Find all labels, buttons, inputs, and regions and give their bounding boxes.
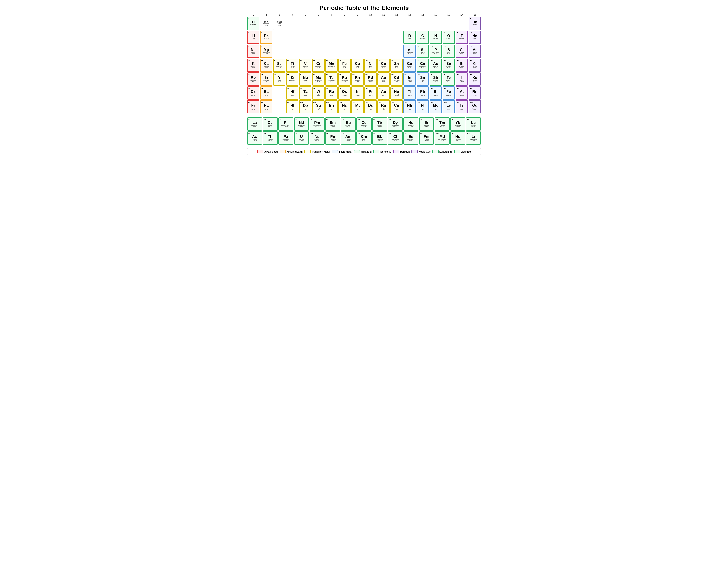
element-mass: 102.91 xyxy=(355,81,359,83)
element-mn: 25MnManganese54.94 xyxy=(325,58,338,72)
element-name: Fluorine xyxy=(459,38,464,39)
element-symbol: Na xyxy=(251,48,256,52)
atomic-number: 83 xyxy=(431,87,433,89)
element-symbol: Bh xyxy=(329,103,334,107)
element-bi: 83BiBismuth208.98 xyxy=(430,86,442,100)
atomic-number: 13 xyxy=(405,45,407,47)
element-symbol: Ar xyxy=(473,48,477,52)
element-cu: 29CuCopper63.55 xyxy=(377,58,390,72)
atomic-number: 1 xyxy=(248,18,249,20)
element-name: Hafnium xyxy=(290,93,295,95)
element-name: Barium xyxy=(264,93,268,95)
element-symbol: Nb xyxy=(303,76,308,79)
element-o: 8OOxygen16.00 xyxy=(443,31,455,44)
atomic-number: 37 xyxy=(248,73,250,75)
element-mass: 118.71 xyxy=(421,81,425,83)
element-name: Mercury xyxy=(394,93,399,95)
col-header-6: 6 xyxy=(312,14,325,16)
element-mass: 32.06 xyxy=(447,53,450,55)
atomic-number: 34 xyxy=(444,59,446,61)
element-symbol: Sc xyxy=(277,62,282,66)
element-es: 99EsEinsteinium[254] xyxy=(403,131,418,145)
element-mass: 131.29 xyxy=(473,81,477,83)
element-symbol: Rn xyxy=(472,90,477,93)
element-name: Titanium xyxy=(290,66,295,67)
element-name: Americium xyxy=(345,138,351,140)
element-n: 7NNitrogen14.01 xyxy=(430,31,442,44)
element-name: Helium xyxy=(473,24,477,25)
element-name: Ruthenium xyxy=(341,79,348,81)
atomic-number: 10 xyxy=(470,32,472,34)
element-mass: 91.22 xyxy=(291,81,294,83)
element-symbol: Mc xyxy=(433,103,438,107)
atomic-number: 49 xyxy=(405,73,407,75)
element-mass: [269] xyxy=(343,109,346,110)
element-name: Nobelium xyxy=(455,138,461,140)
element-mass: 127.6 xyxy=(447,81,450,83)
element-name: Tin xyxy=(422,79,424,81)
element-name: Selenium xyxy=(446,66,451,67)
element-name: Ytterbium xyxy=(455,124,461,126)
element-mass: [254] xyxy=(409,140,412,141)
atomic-number: 42 xyxy=(313,73,315,75)
element-name: Iodine xyxy=(460,79,463,81)
atomic-number: 4 xyxy=(261,32,262,34)
element-symbol: Ni xyxy=(369,62,372,66)
atomic-number: 31 xyxy=(405,59,407,61)
col-header-17: 17 xyxy=(456,14,468,16)
col-header-3: 3 xyxy=(273,14,285,16)
atomic-number: 80 xyxy=(392,87,394,89)
element-name: Strontium xyxy=(263,79,269,81)
atomic-number: 98 xyxy=(389,132,391,134)
element-hg: 80HgMercury200.59 xyxy=(390,86,403,100)
element-mass: 207.20 xyxy=(421,95,425,96)
atomic-number: 69 xyxy=(436,118,438,120)
element-name: Thulium xyxy=(440,124,445,126)
element-tc: 43TcTechnetium98.91 xyxy=(325,72,338,86)
element-symbol: Li xyxy=(251,34,255,38)
element-symbol: Lu xyxy=(471,121,476,124)
atomic-number: 106 xyxy=(313,101,316,103)
col-header-9: 9 xyxy=(351,14,364,16)
element-name: Indium xyxy=(408,79,412,81)
element-mass: 195.08 xyxy=(368,95,372,96)
element-mass: [262] xyxy=(472,140,475,141)
element-mass: 132.91 xyxy=(251,95,255,96)
element-symbol: H xyxy=(252,20,255,24)
element-w: 74WTungsten183.84 xyxy=(312,86,325,100)
element-as: 33AsArsenic74.92 xyxy=(430,58,442,72)
element-mass: 79.90 xyxy=(460,67,463,69)
element-symbol: Tm xyxy=(439,121,445,124)
atomic-number: 68 xyxy=(420,118,422,120)
atomic-number: 64 xyxy=(358,118,360,120)
element-symbol: Np xyxy=(315,135,320,138)
element-symbol: Pm xyxy=(314,121,320,124)
element-symbol: Be xyxy=(264,34,269,38)
atomic-number: 102 xyxy=(451,132,454,134)
atomic-number: 22 xyxy=(287,59,289,61)
element-mass: 247.07 xyxy=(378,140,382,141)
element-mass: 237.05 xyxy=(315,140,319,141)
element-symbol: At xyxy=(460,90,464,93)
atomic-number: 38 xyxy=(261,73,263,75)
atomic-number: 66 xyxy=(389,118,391,120)
atomic-number: 47 xyxy=(379,73,381,75)
element-mass: 30.97 xyxy=(434,53,437,55)
atomic-number: 15 xyxy=(431,45,433,47)
element-name: Roentgenium xyxy=(380,107,388,109)
element-hs: 108HsHassium[269] xyxy=(338,100,351,113)
element-kr: 36KrKrypton84.80 xyxy=(469,58,481,72)
element-bk: 97BkBerkelium247.07 xyxy=(372,131,387,145)
atomic-number: 118 xyxy=(470,101,473,103)
element-mass: 47.88 xyxy=(291,67,294,69)
element-name: Copper xyxy=(381,66,386,67)
element-no: 102NoNobelium259.10 xyxy=(450,131,465,145)
element-re: 75ReRhenium186.21 xyxy=(325,86,338,100)
atomic-number: 52 xyxy=(444,73,446,75)
atomic-number: 112 xyxy=(392,101,394,103)
element-symbol: Es xyxy=(409,135,413,138)
element-name: Gallium xyxy=(407,66,412,67)
atomic-number: 108 xyxy=(339,101,342,103)
element-li: 3LiLithium6.94 xyxy=(247,31,259,44)
atomic-number: 54 xyxy=(470,73,472,75)
